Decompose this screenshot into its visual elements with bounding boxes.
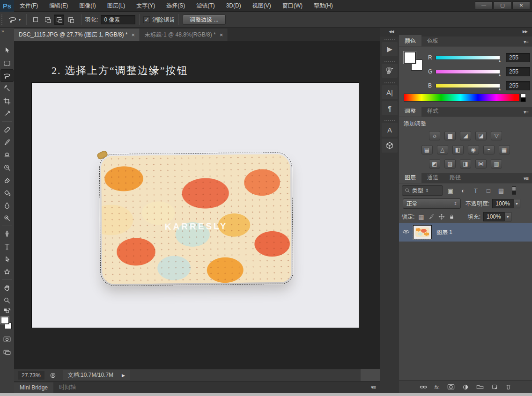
opacity-dropdown-icon[interactable]: ▾ (513, 199, 520, 208)
menu-item-select[interactable]: 选择(S) (161, 0, 191, 12)
move-tool[interactable] (0, 44, 14, 57)
green-value-field[interactable]: 255 (506, 67, 530, 76)
color-panel-swatches[interactable] (404, 51, 425, 73)
panel-menu-icon[interactable]: ▾≡ (524, 109, 528, 115)
filter-adjustment-layers-icon[interactable]: ◐ (458, 187, 468, 194)
layer-name[interactable]: 图层 1 (436, 228, 452, 236)
3d-panel-icon[interactable] (382, 139, 398, 153)
blend-mode-select[interactable]: 正常 ⇕ (403, 198, 461, 209)
character-panel-icon[interactable]: A| (382, 85, 398, 99)
white-swatch[interactable] (520, 94, 526, 98)
delete-layer-trash-icon[interactable] (505, 384, 511, 390)
lock-position-icon[interactable] (438, 213, 445, 220)
channel-mixer-icon[interactable]: ◓ (483, 145, 495, 154)
crop-tool[interactable] (0, 95, 14, 107)
document-tab-untitled1[interactable]: 未标题-1 @ 48.8%(RGB/8) * × (140, 29, 228, 41)
foreground-color-swatch[interactable] (1, 317, 9, 324)
hue-saturation-icon[interactable]: ▤ (421, 145, 433, 154)
menu-item-view[interactable]: 视图(V) (247, 0, 277, 12)
black-swatch[interactable] (520, 98, 526, 102)
red-value-field[interactable]: 255 (506, 53, 530, 62)
levels-icon[interactable]: ▆ (444, 131, 456, 140)
filtering-on-off-toggle[interactable] (512, 186, 516, 195)
green-slider[interactable]: ▲ (436, 70, 500, 74)
lock-transparency-icon[interactable]: ▦ (418, 213, 424, 220)
fill-value-field[interactable]: 100% (483, 212, 504, 221)
add-layer-mask-icon[interactable] (447, 384, 455, 390)
character-styles-panel-icon[interactable]: A (382, 123, 398, 137)
close-tab-icon[interactable]: × (132, 31, 135, 38)
layer-row-selected[interactable]: 图层 1 (399, 223, 532, 242)
photo-filter-icon[interactable]: ◉ (468, 145, 479, 154)
posterize-icon[interactable]: ▨ (444, 159, 456, 169)
magic-wand-tool[interactable] (0, 82, 14, 95)
filter-smart-objects-icon[interactable]: ▤ (496, 187, 506, 194)
antialias-checkbox[interactable]: ✓ (143, 16, 150, 23)
threshold-icon[interactable]: ◨ (460, 159, 471, 169)
close-button[interactable]: ✕ (512, 1, 530, 9)
link-layers-icon[interactable] (420, 384, 427, 390)
menu-item-3d[interactable]: 3D(D) (221, 0, 247, 12)
tab-paths[interactable]: 路径 (444, 172, 466, 183)
canvas-area[interactable]: 2. 选择上方“调整边缘”按钮 KARRESLY (14, 41, 380, 369)
menu-item-image[interactable]: 图像(I) (74, 0, 101, 12)
toolbar-collapse-header[interactable]: » (0, 28, 14, 41)
blur-tool[interactable] (0, 199, 14, 212)
layer-thumbnail[interactable] (413, 225, 432, 239)
menu-item-window[interactable]: 窗口(W) (277, 0, 308, 12)
document-image[interactable]: KARRESLY (32, 83, 359, 328)
history-brush-tool[interactable] (0, 161, 14, 174)
document-tab-dsc1115[interactable]: DSC_1115.JPG @ 27.7% (图层 1, RGB/8) * × (14, 29, 140, 41)
fill-dropdown-icon[interactable]: ▾ (504, 212, 511, 221)
color-spectrum-ramp[interactable] (404, 94, 520, 102)
layer-filter-type-select[interactable]: 类型 ⇕ (402, 185, 443, 196)
quick-mask-mode-button[interactable] (0, 333, 14, 345)
vibrance-icon[interactable]: ▽ (491, 131, 502, 140)
paint-bucket-tool[interactable] (0, 186, 14, 199)
tab-layers[interactable]: 图层 (399, 172, 421, 183)
new-adjustment-layer-icon[interactable] (462, 384, 469, 390)
close-tab-icon[interactable]: × (220, 31, 223, 38)
selective-color-icon[interactable]: ⋈ (475, 159, 487, 169)
exposure-icon[interactable]: ◪ (475, 131, 487, 140)
dodge-tool[interactable] (0, 212, 14, 224)
maximize-button[interactable]: ▢ (494, 1, 511, 9)
menu-item-type[interactable]: 文字(Y) (131, 0, 161, 12)
panel-menu-icon[interactable]: ▾≡ (524, 39, 528, 45)
foreground-background-swatches[interactable] (1, 317, 13, 333)
red-slider[interactable]: ▲ (436, 56, 500, 60)
tab-channels[interactable]: 通道 (421, 172, 444, 183)
lasso-tool-preset[interactable]: ▾ (6, 14, 22, 26)
properties-panel-icon[interactable] (382, 64, 398, 78)
black-white-icon[interactable]: ◧ (452, 145, 464, 154)
blue-value-field[interactable]: 255 (506, 81, 530, 90)
subtract-from-selection-mode-button[interactable] (54, 15, 64, 25)
type-tool[interactable] (0, 240, 14, 253)
menu-item-filter[interactable]: 滤镜(T) (191, 0, 220, 12)
hand-tool[interactable] (0, 281, 14, 294)
custom-shape-tool[interactable] (0, 265, 14, 278)
zoom-tool[interactable] (0, 294, 14, 307)
lock-all-icon[interactable] (449, 213, 455, 220)
panel-menu-icon[interactable]: ▾≡ (524, 176, 528, 182)
lock-image-icon[interactable] (428, 213, 435, 220)
foreground-color-swatch[interactable] (404, 51, 416, 64)
spot-healing-brush-tool[interactable] (0, 123, 14, 136)
refine-edge-button[interactable]: 调整边缘 ... (183, 15, 225, 25)
default-swap-colors-icon[interactable] (0, 307, 14, 315)
new-layer-icon[interactable] (491, 384, 498, 390)
color-balance-icon[interactable]: △ (437, 145, 448, 154)
menu-item-file[interactable]: 文件(F) (14, 0, 44, 12)
tab-styles[interactable]: 样式 (421, 105, 444, 117)
layer-style-fx-icon[interactable]: fx. (435, 384, 440, 390)
brush-tool[interactable] (0, 136, 14, 148)
slider-caret-icon[interactable]: ▲ (498, 73, 502, 77)
invert-icon[interactable]: ◩ (429, 159, 440, 169)
menu-item-layer[interactable]: 图层(L) (102, 0, 131, 12)
pen-tool[interactable] (0, 227, 14, 240)
filter-pixel-layers-icon[interactable]: ▣ (445, 187, 456, 194)
filter-type-layers-icon[interactable]: T (471, 187, 481, 194)
curves-icon[interactable]: ◢ (460, 131, 471, 140)
feather-input[interactable]: 0 像素 (101, 15, 135, 24)
blue-slider[interactable]: ▲ (436, 84, 500, 88)
